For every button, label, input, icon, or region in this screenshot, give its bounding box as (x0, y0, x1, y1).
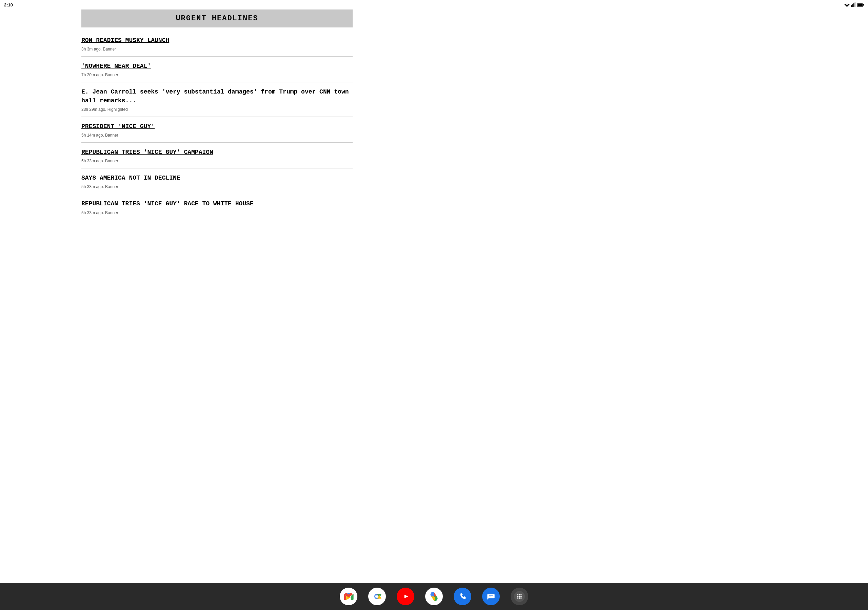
news-meta-1: 3h 3m ago. Banner (81, 47, 353, 51)
news-headline-7[interactable]: REPUBLICAN TRIES 'NICE GUY' RACE TO WHIT… (81, 200, 353, 208)
status-bar: 2:10 (0, 0, 434, 9)
news-headline-2[interactable]: 'NOWHERE NEAR DEAL' (81, 62, 353, 71)
news-item-4: PRESIDENT 'NICE GUY'5h 14m ago. Banner (81, 117, 353, 142)
news-meta-3: 23h 29m ago. Highlighted (81, 107, 353, 112)
status-time: 2:10 (4, 2, 13, 8)
news-meta-6: 5h 33m ago. Banner (81, 184, 353, 189)
news-item-6: SAYS AMERICA NOT IN DECLINE5h 33m ago. B… (81, 169, 353, 194)
news-headline-3[interactable]: E. Jean Carroll seeks 'very substantial … (81, 88, 353, 105)
news-headline-1[interactable]: RON READIES MUSKY LAUNCH (81, 36, 353, 45)
news-meta-5: 5h 33m ago. Banner (81, 159, 353, 163)
main-content: URGENT HEADLINES RON READIES MUSKY LAUNC… (0, 9, 434, 278)
news-meta-4: 5h 14m ago. Banner (81, 133, 353, 138)
news-list: RON READIES MUSKY LAUNCH3h 3m ago. Banne… (81, 31, 353, 220)
news-meta-2: 7h 20m ago. Banner (81, 73, 353, 77)
news-item-1: RON READIES MUSKY LAUNCH3h 3m ago. Banne… (81, 31, 353, 57)
news-meta-7: 5h 33m ago. Banner (81, 211, 353, 215)
news-item-2: 'NOWHERE NEAR DEAL'7h 20m ago. Banner (81, 57, 353, 82)
news-item-3: E. Jean Carroll seeks 'very substantial … (81, 82, 353, 116)
news-headline-6[interactable]: SAYS AMERICA NOT IN DECLINE (81, 174, 353, 182)
urgent-headlines-header: URGENT HEADLINES (81, 9, 353, 28)
news-headline-4[interactable]: PRESIDENT 'NICE GUY' (81, 122, 353, 131)
news-item-7: REPUBLICAN TRIES 'NICE GUY' RACE TO WHIT… (81, 194, 353, 220)
urgent-headlines-title: URGENT HEADLINES (176, 14, 258, 23)
news-headline-5[interactable]: REPUBLICAN TRIES 'NICE GUY' CAMPAIGN (81, 148, 353, 156)
news-item-5: REPUBLICAN TRIES 'NICE GUY' CAMPAIGN5h 3… (81, 142, 353, 169)
